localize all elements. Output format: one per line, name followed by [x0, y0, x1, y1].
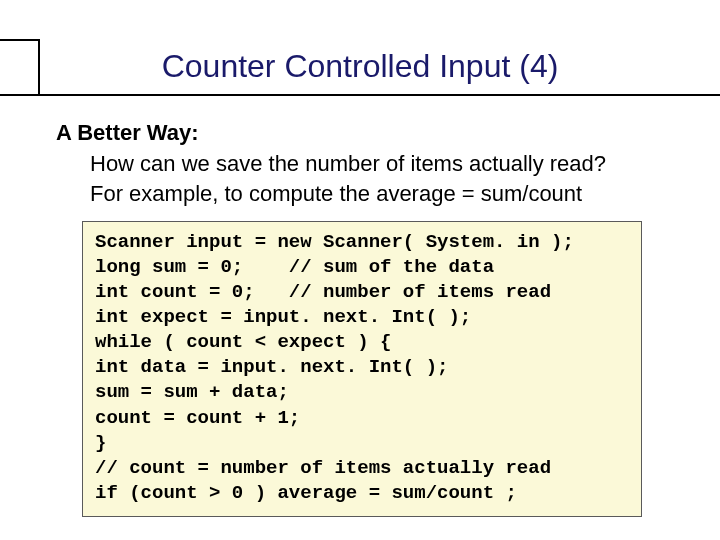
slide-body: A Better Way: How can we save the number…: [56, 120, 666, 517]
code-line: sum = sum + data;: [95, 381, 289, 403]
rule-stub: [0, 39, 38, 41]
code-line: int expect = input. next. Int( );: [95, 306, 471, 328]
code-line: Scanner input = new Scanner( System. in …: [95, 231, 574, 253]
rule-under-title: [0, 94, 720, 96]
code-line: long sum = 0; // sum of the data: [95, 256, 494, 278]
code-line: int data = input. next. Int( );: [95, 356, 448, 378]
code-block: Scanner input = new Scanner( System. in …: [82, 221, 642, 517]
title-wrap: Counter Controlled Input (4): [0, 48, 720, 85]
code-line: count = count + 1;: [95, 407, 300, 429]
code-line: while ( count < expect ) {: [95, 331, 391, 353]
code-line: }: [95, 432, 106, 454]
code-line: // count = number of items actually read: [95, 457, 551, 479]
code-line: int count = 0; // number of items read: [95, 281, 551, 303]
code-line: if (count > 0 ) average = sum/count ;: [95, 482, 517, 504]
question-line: How can we save the number of items actu…: [90, 150, 666, 178]
slide: Counter Controlled Input (4) A Better Wa…: [0, 0, 720, 540]
slide-title: Counter Controlled Input (4): [154, 48, 567, 85]
lead-line: A Better Way:: [56, 120, 666, 146]
example-line: For example, to compute the average = su…: [90, 180, 666, 208]
